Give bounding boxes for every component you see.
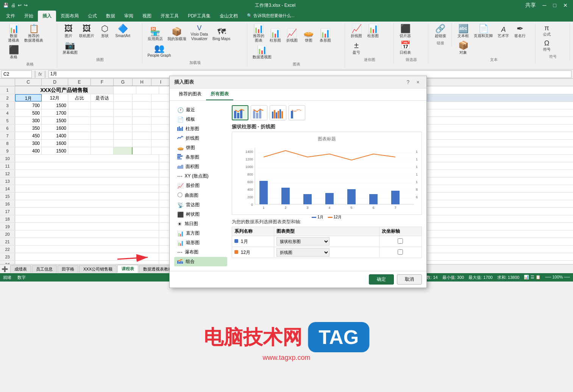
redo-icon[interactable]: ↪ xyxy=(24,3,28,8)
cell-c17[interactable] xyxy=(15,208,159,215)
search-bar[interactable]: 🔍 告诉我您想要做什么... xyxy=(242,11,571,22)
cell-d8[interactable]: 1600 xyxy=(42,140,68,147)
dialog-close-button[interactable]: × xyxy=(414,78,422,86)
undo-icon[interactable]: ↩ xyxy=(18,3,22,8)
my-addins-button[interactable]: 📦 我的加载项 xyxy=(166,27,188,42)
tab-home[interactable]: 开始 xyxy=(20,11,38,22)
cell-h5[interactable] xyxy=(133,117,151,124)
line-chart-button[interactable]: 📈 折线图 xyxy=(284,28,300,44)
sheet-tab-chengji[interactable]: 成绩表 xyxy=(10,265,31,273)
cell-g4[interactable] xyxy=(114,109,133,117)
chart-type-template[interactable]: 📄 模板 xyxy=(174,115,227,124)
ok-button[interactable]: 确定 xyxy=(369,274,394,282)
chart-type-treemap[interactable]: ⬛ 树状图 xyxy=(174,210,227,219)
store-button[interactable]: 🏪 应用商店 xyxy=(146,27,164,42)
close-button[interactable]: ✕ xyxy=(561,2,570,9)
cell-f3[interactable] xyxy=(91,102,114,109)
pie-chart-button[interactable]: 🥧 饼图 xyxy=(301,28,316,44)
bar-chart-button[interactable]: 📊 条形图 xyxy=(318,28,333,44)
screenshot-button[interactable]: 📷 屏幕截图 xyxy=(61,40,79,56)
chart-type-bar[interactable]: 条形图 xyxy=(174,152,227,162)
online-picture-button[interactable]: 🖼 联机图片 xyxy=(78,24,96,39)
chart-type-scatter[interactable]: ⋯ XY (散点图) xyxy=(174,171,227,181)
chart-subtype-2[interactable] xyxy=(251,105,267,120)
cell-i5[interactable] xyxy=(151,117,170,124)
cell-e3[interactable] xyxy=(68,102,91,109)
cell-c10[interactable] xyxy=(15,155,159,162)
cancel-button[interactable]: 取消 xyxy=(397,274,422,282)
wordart-button[interactable]: A 艺术字 xyxy=(496,25,511,39)
cell-g7[interactable] xyxy=(114,132,133,139)
cell-c13[interactable] xyxy=(15,177,159,185)
hyperlink-button[interactable]: 🔗 超链接 xyxy=(433,24,448,39)
dialog-help-button[interactable]: ? xyxy=(404,78,412,86)
cell-e6[interactable] xyxy=(68,124,91,132)
pivot-chart-button[interactable]: 📊 数据透视图 xyxy=(251,45,273,60)
recommended-pivot-button[interactable]: 📋 推荐的数据透视表 xyxy=(23,24,45,44)
table-button[interactable]: ⬛ 表格 xyxy=(6,45,21,60)
smartart-button[interactable]: 🔷 SmartArt xyxy=(114,24,132,39)
picture-button[interactable]: 🖼 图片 xyxy=(61,24,76,39)
series-type-dec[interactable]: 簇状柱形图 折线图 xyxy=(274,247,379,258)
chart-type-histogram[interactable]: 📊 直方图 xyxy=(174,229,227,238)
cell-c7[interactable]: 450 xyxy=(15,132,42,139)
table-title[interactable]: XXX公司产品销售额 xyxy=(15,86,114,94)
chart-type-recent[interactable]: 🕐 最近 xyxy=(174,105,227,115)
cell-c2[interactable]: 1月 xyxy=(15,94,42,101)
chart-type-pie[interactable]: 🥧 饼图 xyxy=(174,143,227,152)
cell-c19[interactable] xyxy=(15,223,159,230)
chart-subtype-1[interactable] xyxy=(232,105,248,120)
cell-c20[interactable] xyxy=(15,230,159,238)
shapes-button[interactable]: ⬡ 形状 xyxy=(97,24,112,39)
line-sparkline-button[interactable]: 📈 折线图 xyxy=(349,24,364,39)
series-axis-dec[interactable] xyxy=(379,247,422,258)
win-loss-sparkline-button[interactable]: ± 盈亏 xyxy=(349,40,364,56)
chart-type-column[interactable]: 柱形图 xyxy=(174,124,227,134)
cell-g9[interactable] xyxy=(114,147,133,154)
add-sheet-button[interactable]: ➕ xyxy=(2,266,8,272)
print-icon[interactable]: 🖨 xyxy=(11,3,16,8)
equation-button[interactable]: π 公式 xyxy=(539,24,554,37)
tab-review[interactable]: 审阅 xyxy=(120,11,138,22)
sheet-tab-kecheng[interactable]: 课程表 xyxy=(117,265,138,273)
tab-page-layout[interactable]: 页面布局 xyxy=(56,11,83,22)
chart-subtype-3[interactable] xyxy=(270,105,286,120)
cell-c3[interactable]: 700 xyxy=(15,102,42,109)
recommended-charts-button[interactable]: 📊 推荐的图表 xyxy=(251,24,266,44)
sheet-tab-sales[interactable]: XXX公司销售额 xyxy=(79,265,117,273)
cell-g5[interactable] xyxy=(114,117,133,124)
chart-type-radar[interactable]: 📡 雷达图 xyxy=(174,200,227,210)
cell-h4[interactable] xyxy=(133,109,151,117)
series-axis-jan[interactable] xyxy=(379,236,422,247)
cell-i8[interactable] xyxy=(151,140,170,147)
cell-e7[interactable] xyxy=(68,132,91,139)
cell-h7[interactable] xyxy=(133,132,151,139)
chart-type-stock[interactable]: 📈 股价图 xyxy=(174,181,227,190)
chart-type-combo[interactable]: 组合 xyxy=(174,257,227,266)
cell-c18[interactable] xyxy=(15,215,159,222)
cell-i9[interactable] xyxy=(151,147,170,154)
bing-maps-button[interactable]: 🗺 Bing Maps xyxy=(211,27,232,42)
cell-h9[interactable] xyxy=(133,147,151,154)
cell-g8[interactable] xyxy=(114,140,133,147)
cell-d2[interactable]: 12月 xyxy=(42,94,68,101)
cell-e8[interactable] xyxy=(68,140,91,147)
cell-d9[interactable]: 1500 xyxy=(42,147,68,154)
slicer-button[interactable]: ⬛ 切片器 xyxy=(398,24,413,39)
cell-f1[interactable] xyxy=(136,86,159,94)
save-icon[interactable]: 💾 xyxy=(3,3,9,8)
cell-f7[interactable] xyxy=(91,132,114,139)
cell-g2[interactable] xyxy=(114,94,133,101)
cell-e4[interactable] xyxy=(68,109,91,117)
cell-h3[interactable] xyxy=(133,102,151,109)
textbox-button[interactable]: 🔤 文本框 xyxy=(456,24,471,39)
cell-h2[interactable] xyxy=(133,94,151,101)
tab-wps[interactable]: 金山文档 xyxy=(215,11,242,22)
cell-i4[interactable] xyxy=(151,109,170,117)
cell-c15[interactable] xyxy=(15,193,159,200)
tab-data[interactable]: 数据 xyxy=(101,11,120,22)
object-button[interactable]: 📦 对象 xyxy=(456,40,471,56)
chart-subtype-4[interactable] xyxy=(289,105,305,120)
name-box[interactable] xyxy=(2,70,32,78)
pivot-table-button[interactable]: 📊 数据透视表 xyxy=(6,24,21,44)
